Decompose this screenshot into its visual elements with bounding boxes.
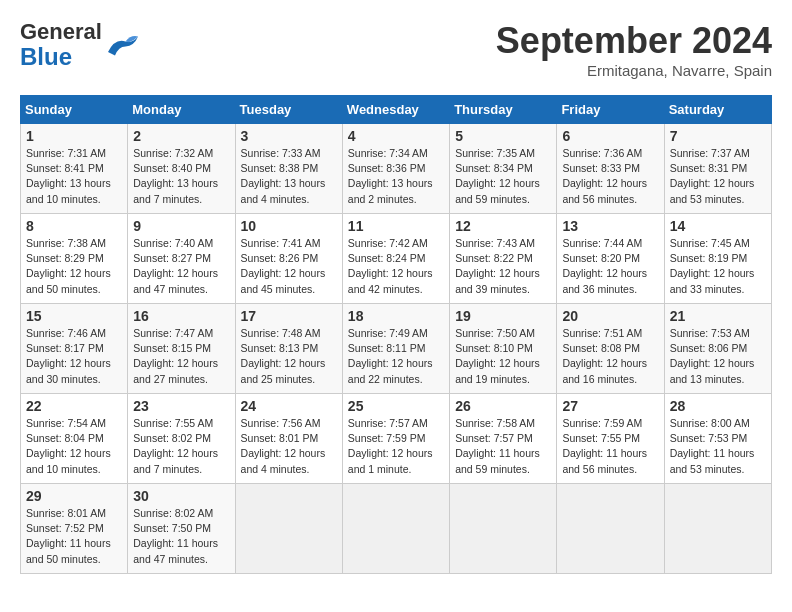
calendar-row: 1Sunrise: 7:31 AM Sunset: 8:41 PM Daylig… xyxy=(21,124,772,214)
day-info: Sunrise: 7:32 AM Sunset: 8:40 PM Dayligh… xyxy=(133,146,229,207)
day-info: Sunrise: 7:50 AM Sunset: 8:10 PM Dayligh… xyxy=(455,326,551,387)
day-info: Sunrise: 7:33 AM Sunset: 8:38 PM Dayligh… xyxy=(241,146,337,207)
day-number: 17 xyxy=(241,308,337,324)
calendar-cell: 10Sunrise: 7:41 AM Sunset: 8:26 PM Dayli… xyxy=(235,214,342,304)
col-tuesday: Tuesday xyxy=(235,96,342,124)
calendar-cell: 25Sunrise: 7:57 AM Sunset: 7:59 PM Dayli… xyxy=(342,394,449,484)
day-info: Sunrise: 7:43 AM Sunset: 8:22 PM Dayligh… xyxy=(455,236,551,297)
col-saturday: Saturday xyxy=(664,96,771,124)
logo: General Blue xyxy=(20,20,140,71)
day-info: Sunrise: 7:56 AM Sunset: 8:01 PM Dayligh… xyxy=(241,416,337,477)
calendar-cell: 6Sunrise: 7:36 AM Sunset: 8:33 PM Daylig… xyxy=(557,124,664,214)
calendar-cell: 2Sunrise: 7:32 AM Sunset: 8:40 PM Daylig… xyxy=(128,124,235,214)
day-info: Sunrise: 7:59 AM Sunset: 7:55 PM Dayligh… xyxy=(562,416,658,477)
day-number: 7 xyxy=(670,128,766,144)
day-info: Sunrise: 7:36 AM Sunset: 8:33 PM Dayligh… xyxy=(562,146,658,207)
day-number: 22 xyxy=(26,398,122,414)
day-info: Sunrise: 7:45 AM Sunset: 8:19 PM Dayligh… xyxy=(670,236,766,297)
day-info: Sunrise: 7:37 AM Sunset: 8:31 PM Dayligh… xyxy=(670,146,766,207)
calendar-row: 8Sunrise: 7:38 AM Sunset: 8:29 PM Daylig… xyxy=(21,214,772,304)
day-info: Sunrise: 7:51 AM Sunset: 8:08 PM Dayligh… xyxy=(562,326,658,387)
day-info: Sunrise: 7:48 AM Sunset: 8:13 PM Dayligh… xyxy=(241,326,337,387)
day-number: 21 xyxy=(670,308,766,324)
day-number: 3 xyxy=(241,128,337,144)
page-header: General Blue September 2024 Ermitagana, … xyxy=(20,20,772,79)
day-number: 14 xyxy=(670,218,766,234)
calendar-cell: 23Sunrise: 7:55 AM Sunset: 8:02 PM Dayli… xyxy=(128,394,235,484)
day-number: 2 xyxy=(133,128,229,144)
day-info: Sunrise: 7:58 AM Sunset: 7:57 PM Dayligh… xyxy=(455,416,551,477)
calendar-cell: 12Sunrise: 7:43 AM Sunset: 8:22 PM Dayli… xyxy=(450,214,557,304)
day-info: Sunrise: 7:40 AM Sunset: 8:27 PM Dayligh… xyxy=(133,236,229,297)
day-info: Sunrise: 7:34 AM Sunset: 8:36 PM Dayligh… xyxy=(348,146,444,207)
day-number: 6 xyxy=(562,128,658,144)
day-info: Sunrise: 7:54 AM Sunset: 8:04 PM Dayligh… xyxy=(26,416,122,477)
title-block: September 2024 Ermitagana, Navarre, Spai… xyxy=(496,20,772,79)
location-subtitle: Ermitagana, Navarre, Spain xyxy=(496,62,772,79)
calendar-cell: 14Sunrise: 7:45 AM Sunset: 8:19 PM Dayli… xyxy=(664,214,771,304)
col-thursday: Thursday xyxy=(450,96,557,124)
day-number: 4 xyxy=(348,128,444,144)
day-info: Sunrise: 7:31 AM Sunset: 8:41 PM Dayligh… xyxy=(26,146,122,207)
day-number: 19 xyxy=(455,308,551,324)
header-row: Sunday Monday Tuesday Wednesday Thursday… xyxy=(21,96,772,124)
day-number: 29 xyxy=(26,488,122,504)
day-number: 30 xyxy=(133,488,229,504)
calendar-cell: 28Sunrise: 8:00 AM Sunset: 7:53 PM Dayli… xyxy=(664,394,771,484)
calendar-row: 29Sunrise: 8:01 AM Sunset: 7:52 PM Dayli… xyxy=(21,484,772,574)
day-info: Sunrise: 7:42 AM Sunset: 8:24 PM Dayligh… xyxy=(348,236,444,297)
calendar-cell: 7Sunrise: 7:37 AM Sunset: 8:31 PM Daylig… xyxy=(664,124,771,214)
calendar-cell: 8Sunrise: 7:38 AM Sunset: 8:29 PM Daylig… xyxy=(21,214,128,304)
calendar-row: 15Sunrise: 7:46 AM Sunset: 8:17 PM Dayli… xyxy=(21,304,772,394)
day-number: 10 xyxy=(241,218,337,234)
calendar-cell: 15Sunrise: 7:46 AM Sunset: 8:17 PM Dayli… xyxy=(21,304,128,394)
calendar-table: Sunday Monday Tuesday Wednesday Thursday… xyxy=(20,95,772,574)
month-title: September 2024 xyxy=(496,20,772,62)
calendar-cell: 17Sunrise: 7:48 AM Sunset: 8:13 PM Dayli… xyxy=(235,304,342,394)
calendar-cell: 5Sunrise: 7:35 AM Sunset: 8:34 PM Daylig… xyxy=(450,124,557,214)
calendar-cell: 21Sunrise: 7:53 AM Sunset: 8:06 PM Dayli… xyxy=(664,304,771,394)
calendar-cell: 11Sunrise: 7:42 AM Sunset: 8:24 PM Dayli… xyxy=(342,214,449,304)
day-info: Sunrise: 7:57 AM Sunset: 7:59 PM Dayligh… xyxy=(348,416,444,477)
col-wednesday: Wednesday xyxy=(342,96,449,124)
calendar-cell: 24Sunrise: 7:56 AM Sunset: 8:01 PM Dayli… xyxy=(235,394,342,484)
day-info: Sunrise: 7:55 AM Sunset: 8:02 PM Dayligh… xyxy=(133,416,229,477)
day-number: 28 xyxy=(670,398,766,414)
calendar-cell xyxy=(342,484,449,574)
day-number: 20 xyxy=(562,308,658,324)
day-number: 25 xyxy=(348,398,444,414)
day-info: Sunrise: 7:41 AM Sunset: 8:26 PM Dayligh… xyxy=(241,236,337,297)
day-info: Sunrise: 7:38 AM Sunset: 8:29 PM Dayligh… xyxy=(26,236,122,297)
calendar-cell: 9Sunrise: 7:40 AM Sunset: 8:27 PM Daylig… xyxy=(128,214,235,304)
calendar-cell xyxy=(235,484,342,574)
calendar-cell xyxy=(557,484,664,574)
day-info: Sunrise: 8:00 AM Sunset: 7:53 PM Dayligh… xyxy=(670,416,766,477)
calendar-row: 22Sunrise: 7:54 AM Sunset: 8:04 PM Dayli… xyxy=(21,394,772,484)
logo-bird-icon xyxy=(104,31,140,59)
col-sunday: Sunday xyxy=(21,96,128,124)
calendar-cell: 22Sunrise: 7:54 AM Sunset: 8:04 PM Dayli… xyxy=(21,394,128,484)
day-number: 11 xyxy=(348,218,444,234)
day-info: Sunrise: 7:44 AM Sunset: 8:20 PM Dayligh… xyxy=(562,236,658,297)
day-number: 5 xyxy=(455,128,551,144)
calendar-cell: 13Sunrise: 7:44 AM Sunset: 8:20 PM Dayli… xyxy=(557,214,664,304)
day-number: 9 xyxy=(133,218,229,234)
day-info: Sunrise: 7:49 AM Sunset: 8:11 PM Dayligh… xyxy=(348,326,444,387)
day-number: 23 xyxy=(133,398,229,414)
calendar-cell: 29Sunrise: 8:01 AM Sunset: 7:52 PM Dayli… xyxy=(21,484,128,574)
day-number: 12 xyxy=(455,218,551,234)
col-friday: Friday xyxy=(557,96,664,124)
day-info: Sunrise: 8:01 AM Sunset: 7:52 PM Dayligh… xyxy=(26,506,122,567)
col-monday: Monday xyxy=(128,96,235,124)
day-info: Sunrise: 8:02 AM Sunset: 7:50 PM Dayligh… xyxy=(133,506,229,567)
logo-text: General Blue xyxy=(20,20,102,71)
day-info: Sunrise: 7:53 AM Sunset: 8:06 PM Dayligh… xyxy=(670,326,766,387)
calendar-cell: 27Sunrise: 7:59 AM Sunset: 7:55 PM Dayli… xyxy=(557,394,664,484)
day-number: 15 xyxy=(26,308,122,324)
day-number: 24 xyxy=(241,398,337,414)
day-number: 1 xyxy=(26,128,122,144)
calendar-cell xyxy=(664,484,771,574)
day-info: Sunrise: 7:47 AM Sunset: 8:15 PM Dayligh… xyxy=(133,326,229,387)
calendar-cell: 18Sunrise: 7:49 AM Sunset: 8:11 PM Dayli… xyxy=(342,304,449,394)
day-number: 18 xyxy=(348,308,444,324)
